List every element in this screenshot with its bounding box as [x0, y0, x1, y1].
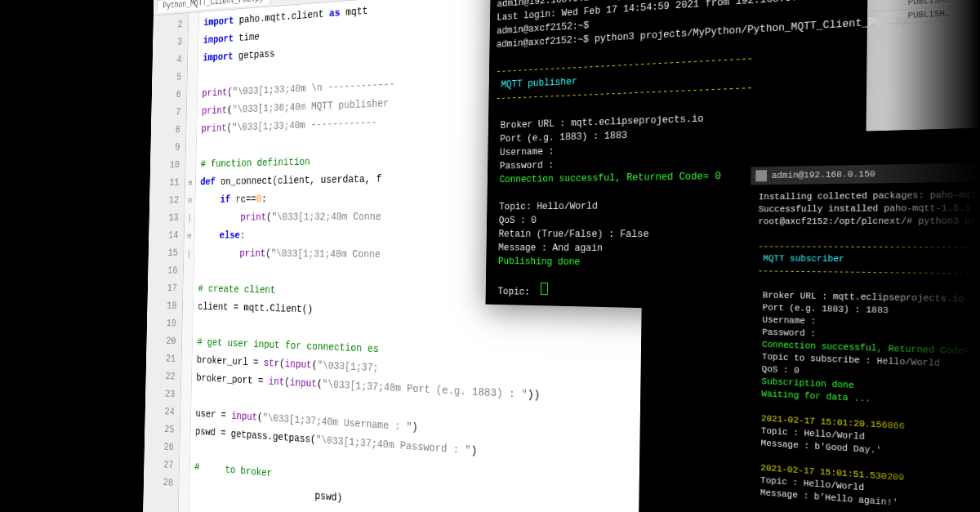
code-area[interactable]: import paho.mqtt.client as mqttimport ti…	[189, 0, 647, 512]
terminal-output[interactable]: Installing collected packages: paho-mqtt…	[746, 180, 980, 512]
